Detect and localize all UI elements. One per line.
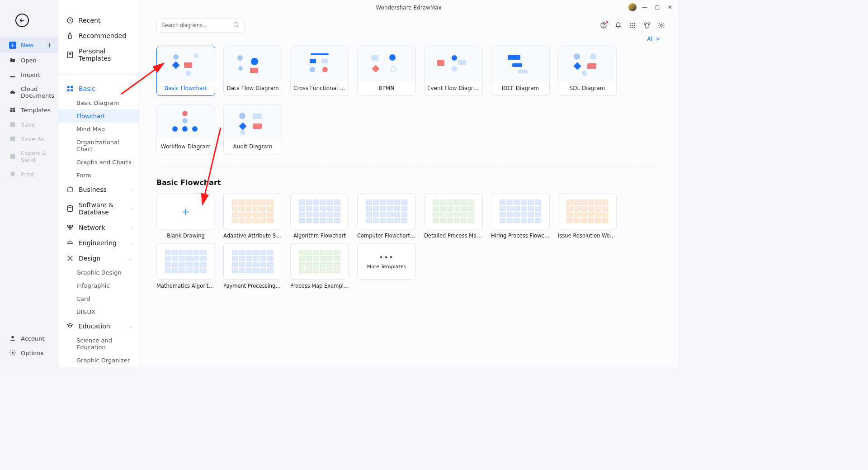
tpl-payment[interactable]: Payment Processing Workf...: [223, 243, 282, 289]
tpl-more[interactable]: ••• More Templates: [357, 243, 416, 289]
app-title: Wondershare EdrawMax: [376, 5, 441, 11]
nav-sub-graphic-organizer[interactable]: Graphic Organizer: [58, 354, 139, 367]
tpl-hiring[interactable]: Hiring Process Flowchart: [491, 193, 550, 239]
rail-item-cloud[interactable]: Cloud Documents: [0, 82, 58, 103]
nav-sub-uiux[interactable]: UI&UX: [58, 305, 139, 318]
rail-item-templates[interactable]: Templates: [0, 103, 58, 117]
search-box[interactable]: [156, 18, 245, 33]
save-icon: [9, 121, 16, 128]
svg-point-26: [630, 25, 631, 26]
tpl-blank[interactable]: ＋ Blank Drawing: [156, 193, 215, 239]
type-card-workflow[interactable]: Workflow Diagram: [156, 104, 215, 154]
svg-point-30: [632, 27, 633, 28]
svg-point-22: [604, 27, 604, 28]
nav-cat-engineering[interactable]: Engineering ›: [58, 235, 139, 251]
nav-sub-graphs[interactable]: Graphs and Charts: [58, 156, 139, 169]
rail-label: Save As: [21, 136, 44, 142]
window-controls: — ▢ ✕: [628, 3, 675, 12]
cloud-icon: [9, 89, 16, 96]
svg-rect-18: [69, 228, 71, 230]
nav-sub-org-chart[interactable]: Organizational Chart: [58, 136, 139, 156]
nav-cat-design[interactable]: Design ⌄: [58, 251, 139, 266]
nav-cat-software[interactable]: Software & Database ›: [58, 197, 139, 220]
type-card-sdl[interactable]: SDL Diagram: [558, 46, 617, 96]
svg-point-31: [634, 27, 635, 28]
help-icon[interactable]: [599, 21, 608, 29]
rail-label: Export & Send: [21, 150, 52, 163]
svg-rect-2: [10, 109, 13, 112]
shirt-icon[interactable]: [643, 21, 651, 29]
svg-rect-10: [67, 86, 70, 88]
minimize-button[interactable]: —: [640, 3, 649, 12]
nav-sub-basic-diagram[interactable]: Basic Diagram: [58, 96, 139, 109]
nav-label: Network: [79, 224, 105, 231]
svg-rect-1: [10, 108, 15, 109]
svg-point-24: [632, 23, 633, 24]
nav-recent[interactable]: Recent: [58, 13, 139, 28]
settings-icon[interactable]: [657, 21, 665, 29]
section-title: Basic Flowchart: [139, 166, 678, 187]
back-button[interactable]: [15, 14, 29, 27]
apps-icon[interactable]: [628, 21, 637, 29]
search-input[interactable]: [161, 22, 233, 28]
all-link[interactable]: All >: [647, 36, 660, 42]
nav-sub-science-edu[interactable]: Science and Education: [58, 334, 139, 354]
tpl-math[interactable]: Mathematics Algorithm Fl...: [156, 243, 215, 289]
tpl-label: Issue Resolution Workflow ...: [558, 229, 617, 239]
briefcase-icon: [66, 186, 74, 193]
folder-icon: [9, 57, 16, 64]
nav-cat-network[interactable]: Network ›: [58, 220, 139, 235]
user-avatar[interactable]: [628, 3, 637, 11]
tpl-label: Detailed Process Map Tem...: [424, 229, 483, 239]
rail-item-import[interactable]: Import: [0, 67, 58, 82]
nav-personal[interactable]: Personal Templates: [58, 43, 139, 66]
type-card-event-flow[interactable]: Event Flow Diagram: [424, 46, 483, 96]
type-card-cross-functional[interactable]: Cross Functional Flow...: [290, 46, 349, 96]
type-card-data-flow[interactable]: Data Flow Diagram: [223, 46, 282, 96]
svg-point-27: [632, 25, 633, 26]
tpl-label: Mathematics Algorithm Fl...: [156, 280, 215, 289]
rail-bottom: Account Options: [0, 331, 58, 367]
type-card-idef[interactable]: IDEF Diagram: [491, 46, 550, 96]
gear-icon: [9, 349, 16, 356]
maximize-button[interactable]: ▢: [653, 3, 662, 12]
titlebar: Wondershare EdrawMax — ▢ ✕: [139, 0, 678, 15]
tpl-detailed[interactable]: Detailed Process Map Tem...: [424, 193, 483, 239]
tpl-label: Hiring Process Flowchart: [491, 229, 550, 239]
graduation-icon: [66, 323, 74, 330]
type-card-audit[interactable]: Audit Diagram: [223, 104, 282, 154]
rail-item-open[interactable]: Open: [0, 53, 58, 67]
type-card-bpmn[interactable]: BPMN: [357, 46, 416, 96]
nav-sub-flowchart[interactable]: Flowchart: [58, 109, 139, 123]
tpl-process[interactable]: Process Map Examples Te...: [290, 243, 349, 289]
plus-icon: +: [9, 42, 16, 49]
nav-cat-education[interactable]: Education ⌄: [58, 318, 139, 334]
close-button[interactable]: ✕: [665, 3, 675, 12]
nav-sub-card[interactable]: Card: [58, 292, 139, 305]
nav-sub-form[interactable]: Form: [58, 169, 139, 182]
type-label: BPMN: [358, 81, 415, 95]
rail-label: Import: [21, 71, 40, 78]
nav-sub-infographic[interactable]: Infographic: [58, 279, 139, 292]
nav-sub-mind-map[interactable]: Mind Map: [58, 123, 139, 136]
tpl-algorithm[interactable]: Algorithm Flowchart: [290, 193, 349, 239]
nav-cat-basic[interactable]: Basic ⌄: [58, 81, 139, 96]
rail-item-new[interactable]: + New +: [0, 37, 58, 53]
nav-sub-graphic-design[interactable]: Graphic Design: [58, 266, 139, 279]
tpl-computer[interactable]: Computer Flowchart Temp...: [357, 193, 416, 239]
type-card-basic-flowchart[interactable]: Basic Flowchart: [156, 46, 215, 96]
tpl-issue[interactable]: Issue Resolution Workflow ...: [558, 193, 617, 239]
rail-item-options[interactable]: Options: [0, 346, 58, 360]
nav-label: Personal Templates: [79, 47, 132, 62]
rail-item-account[interactable]: Account: [0, 331, 58, 346]
svg-point-28: [634, 25, 635, 26]
tpl-label: [357, 280, 416, 289]
tpl-label: Adaptive Attribute Selectio...: [223, 229, 282, 239]
diagram-type-grid: Basic Flowchart Data Flow Diagram Cross …: [139, 43, 678, 154]
type-label: IDEF Diagram: [491, 81, 549, 95]
type-label: Workflow Diagram: [157, 140, 215, 154]
bell-icon[interactable]: [614, 21, 622, 29]
nav-cat-business[interactable]: Business ›: [58, 182, 139, 197]
nav-recommended[interactable]: Recommended: [58, 28, 139, 43]
tpl-adaptive[interactable]: Adaptive Attribute Selectio...: [223, 193, 282, 239]
